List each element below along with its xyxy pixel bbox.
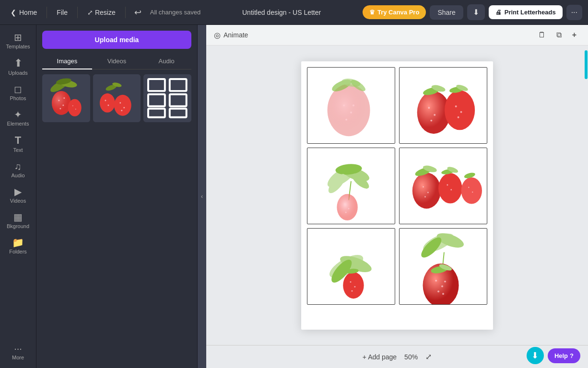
share-button[interactable]: Share: [430, 5, 463, 20]
animate-button[interactable]: ◎ Animate: [214, 31, 248, 40]
more-options-button[interactable]: ···: [566, 5, 582, 20]
templates-icon: ⊞: [14, 33, 22, 42]
svg-point-5: [52, 91, 71, 115]
svg-point-34: [345, 118, 347, 120]
svg-point-31: [328, 84, 370, 136]
media-thumbnail-1[interactable]: [42, 74, 90, 122]
undo-button[interactable]: ↩: [130, 5, 145, 20]
sidebar-label-photos: Photos: [10, 95, 26, 101]
svg-point-79: [343, 272, 364, 298]
svg-point-82: [351, 290, 353, 291]
svg-point-62: [423, 186, 424, 187]
add-frame-button[interactable]: +: [568, 29, 580, 41]
svg-point-60: [345, 211, 347, 213]
sidebar-item-text[interactable]: T Text: [1, 131, 35, 157]
svg-rect-23: [143, 74, 191, 122]
uploads-icon: ⬆: [14, 58, 23, 69]
svg-point-21: [123, 107, 125, 108]
videos-icon: ▶: [14, 187, 22, 196]
home-label: Home: [19, 9, 37, 16]
sidebar-item-audio[interactable]: ♫ Audio: [1, 158, 35, 182]
more-icon: ···: [14, 344, 22, 353]
notes-button[interactable]: 🗒: [534, 29, 550, 41]
bottom-bar: + Add page 50% ⤢ ⬇ Help ?: [206, 345, 588, 368]
doc-cell-5[interactable]: [307, 228, 395, 305]
divider: [77, 7, 78, 18]
sidebar-item-templates[interactable]: ⊞ Templates: [1, 29, 35, 53]
sidebar-item-background[interactable]: ▦ Bkground: [1, 208, 35, 233]
panel-collapse-handle[interactable]: ‹: [198, 25, 206, 368]
sidebar-label-uploads: Uploads: [8, 70, 27, 76]
svg-point-7: [62, 104, 64, 106]
doc-cell-6[interactable]: [399, 228, 487, 305]
canvas-tools: 🗒 ⧉ +: [534, 29, 580, 41]
svg-point-40: [428, 106, 430, 108]
help-button[interactable]: Help ?: [548, 348, 580, 363]
file-button[interactable]: File: [52, 6, 72, 19]
svg-point-12: [75, 109, 76, 110]
crown-icon: ♛: [369, 9, 375, 16]
media-grid: [42, 74, 191, 122]
document-canvas[interactable]: [301, 61, 493, 330]
canvas-toolbar: ◎ Animate 🗒 ⧉ +: [206, 25, 588, 46]
main-area: ⊞ Templates ⬆ Uploads ◻ Photos ✦ Element…: [0, 25, 588, 368]
photos-icon: ◻: [14, 84, 22, 94]
svg-point-59: [348, 207, 350, 209]
upload-media-button[interactable]: Upload media: [42, 31, 191, 49]
download-button[interactable]: ⬇: [467, 4, 485, 20]
svg-point-33: [350, 111, 352, 113]
sidebar-item-videos[interactable]: ▶ Videos: [1, 183, 35, 207]
sidebar-item-more[interactable]: ··· More: [1, 340, 35, 364]
design-title: Untitled design - US Letter: [242, 9, 321, 16]
sidebar-label-templates: Templates: [6, 44, 30, 49]
svg-point-8: [59, 108, 61, 109]
scroll-to-bottom-button[interactable]: ⬇: [527, 347, 544, 364]
svg-point-68: [447, 184, 448, 185]
media-thumbnail-3[interactable]: [143, 74, 191, 122]
help-icon: ?: [570, 352, 574, 359]
svg-point-89: [435, 279, 437, 281]
svg-point-69: [450, 189, 452, 190]
audio-icon: ♫: [14, 161, 22, 171]
svg-point-32: [343, 104, 345, 106]
doc-cell-4[interactable]: [399, 148, 487, 224]
resize-button[interactable]: ⤢ Resize: [82, 6, 120, 19]
svg-point-41: [434, 114, 435, 115]
text-icon: T: [15, 135, 21, 146]
svg-point-16: [100, 93, 115, 113]
sidebar-item-photos[interactable]: ◻ Photos: [1, 80, 35, 105]
svg-point-92: [444, 280, 446, 282]
svg-point-18: [107, 104, 109, 106]
home-button[interactable]: ❮ Home: [6, 6, 42, 19]
sidebar-item-elements[interactable]: ✦ Elements: [1, 106, 35, 130]
sidebar-item-folders[interactable]: 📁 Folders: [1, 234, 35, 258]
zoom-expand-button[interactable]: ⤢: [425, 352, 432, 361]
media-tabs: Images Videos Audio: [42, 54, 191, 69]
add-page-button[interactable]: + Add page: [363, 353, 397, 361]
doc-cell-1[interactable]: [307, 67, 395, 144]
try-canva-pro-button[interactable]: ♛ Try Canva Pro: [363, 5, 426, 19]
svg-point-9: [63, 97, 65, 99]
collapse-icon: ‹: [201, 193, 203, 200]
folders-icon: 📁: [12, 238, 24, 247]
svg-point-64: [424, 196, 426, 197]
svg-point-93: [442, 293, 444, 295]
svg-point-80: [350, 281, 352, 283]
svg-point-58: [344, 203, 345, 205]
svg-point-10: [68, 99, 82, 116]
svg-point-57: [337, 194, 357, 220]
doc-cell-3[interactable]: [307, 148, 395, 224]
tab-videos[interactable]: Videos: [92, 54, 142, 69]
print-icon: 🖨: [495, 9, 502, 16]
zoom-level: 50%: [404, 353, 418, 361]
tab-images[interactable]: Images: [42, 54, 92, 69]
duplicate-button[interactable]: ⧉: [553, 29, 565, 41]
tab-audio[interactable]: Audio: [141, 54, 191, 69]
svg-point-20: [119, 102, 121, 104]
doc-cell-2[interactable]: [399, 67, 487, 144]
print-button[interactable]: 🖨 Print Letterheads: [489, 5, 563, 19]
elements-icon: ✦: [14, 110, 22, 119]
sidebar-item-uploads[interactable]: ⬆ Uploads: [1, 54, 35, 80]
media-thumbnail-2[interactable]: [93, 74, 141, 122]
svg-point-42: [430, 119, 432, 121]
